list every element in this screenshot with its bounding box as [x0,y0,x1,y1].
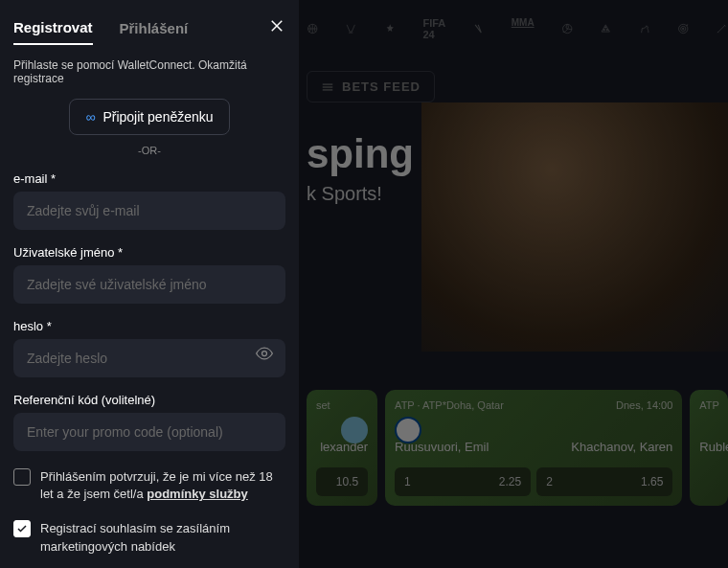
walletconnect-icon: ∞ [85,109,95,125]
odd-button[interactable]: 12.25 [395,467,531,496]
horse-icon[interactable] [639,17,650,40]
terms-link[interactable]: podmínky služby [147,487,247,501]
player-name: Ruble [699,440,728,454]
wallet-button-label: Připojit peněženku [102,109,213,125]
volleyball-icon[interactable] [561,17,573,40]
username-label: Uživatelské jméno * [13,245,285,260]
hero-image [421,102,728,352]
connect-wallet-button[interactable]: ∞ Připojit peněženku [69,99,229,135]
svg-point-7 [682,28,684,30]
referral-label: Referenční kód (volitelné) [13,393,285,407]
check-icon [16,523,28,534]
age-consent-text: Přihlášením potvrzuji, že je mi více než… [40,468,285,503]
svg-point-3 [603,29,605,31]
hockey-icon[interactable] [345,17,356,40]
match-card[interactable]: ATP Ruble [690,390,728,506]
card-league: ATP [395,399,414,411]
password-label: heslo * [13,319,285,333]
baseball-icon[interactable] [716,17,727,40]
nba-icon[interactable] [472,17,484,40]
player-name: Khachanov, Karen [571,440,672,454]
marketing-consent-text: Registrací souhlasím se zasíláním market… [40,520,285,555]
or-divider: -OR- [13,145,285,156]
email-input[interactable] [13,192,285,230]
flag-icon [341,417,368,443]
tab-register[interactable]: Registrovat [13,11,93,45]
card-league: set [316,399,330,411]
email-label: e-mail * [13,171,285,186]
eye-icon[interactable] [255,344,274,367]
card-league: ATP [699,399,719,411]
tab-login[interactable]: Přihlášení [120,12,189,44]
close-icon[interactable] [268,17,285,38]
match-card[interactable]: ATP · ATP*Doha, Qatar Dnes, 14:00 Ruusuv… [385,390,682,506]
hero-banner: sping k Sports! [307,102,728,352]
marketing-checkbox[interactable] [13,520,31,537]
flag-icon [395,417,421,443]
esports-icon[interactable] [384,17,396,40]
username-input[interactable] [13,265,285,304]
bets-feed-label: BETS FEED [342,80,421,94]
register-modal: Registrovat Přihlášení Přihlaste se pomo… [0,0,299,568]
password-input[interactable] [13,339,285,377]
menu-icon [321,80,334,94]
darts-icon[interactable] [677,17,689,40]
bets-feed-button[interactable]: BETS FEED [307,71,435,102]
basketball-icon[interactable] [307,17,318,40]
odd-button[interactable]: 10.5 [316,467,368,496]
walletconnect-hint: Přihlaste se pomocí WalletConnect. Okamž… [13,58,285,85]
svg-point-4 [606,29,608,31]
fifa-icon[interactable]: FIFA24 [422,17,445,40]
age-checkbox[interactable] [13,468,31,486]
odd-button[interactable]: 21.65 [536,467,672,496]
referral-input[interactable] [13,413,285,451]
svg-point-2 [605,27,607,29]
match-card[interactable]: set lexander 10.5 [307,390,377,506]
svg-point-13 [262,352,267,356]
mma-icon[interactable]: MMA [512,17,535,40]
card-time: Dnes, 14:00 [616,399,672,411]
billiards-icon[interactable] [600,17,611,40]
